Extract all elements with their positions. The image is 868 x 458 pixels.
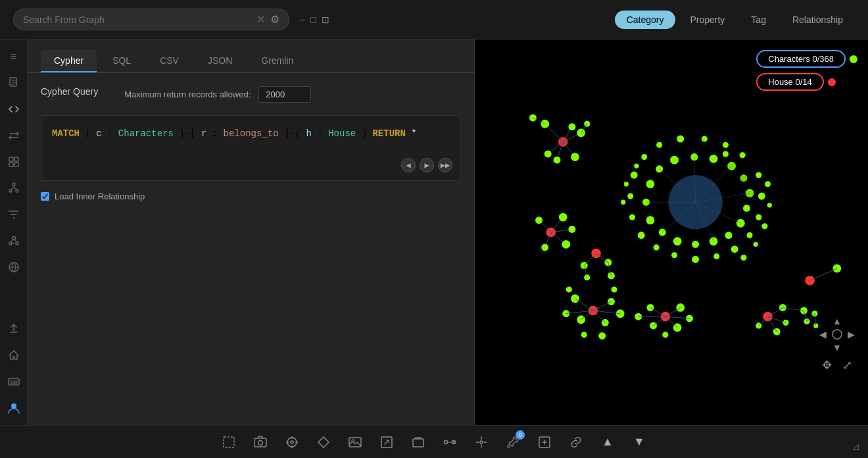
tab-gremlin[interactable]: Gremlin <box>248 50 306 72</box>
load-inner-checkbox[interactable] <box>41 192 49 201</box>
nav-circle[interactable] <box>832 329 842 340</box>
svg-point-41 <box>654 244 660 250</box>
svg-point-38 <box>713 253 719 259</box>
nav-left-arrow[interactable]: ◀ <box>819 329 827 340</box>
sidebar-icon-hierarchy[interactable] <box>3 178 24 199</box>
sidebar-icon-user[interactable] <box>3 397 24 419</box>
svg-point-54 <box>761 223 767 229</box>
toolbar-pin[interactable]: 0 <box>504 433 522 451</box>
house-pill[interactable]: House 0/14 <box>756 73 824 91</box>
run-back-button[interactable]: ◀ <box>401 158 416 172</box>
svg-point-20 <box>725 232 732 239</box>
toolbar-cube[interactable] <box>409 433 427 451</box>
code-editor[interactable]: MATCH ( c : Characters )-[ r : belongs_t… <box>41 115 461 181</box>
far-right-node <box>805 265 841 286</box>
tab-cypher[interactable]: Cypher <box>41 50 97 72</box>
svg-point-49 <box>702 136 708 142</box>
svg-line-107 <box>575 299 593 311</box>
toolbar-zoom-in[interactable]: ▲ <box>598 433 617 451</box>
toolbar-expand[interactable] <box>377 433 396 451</box>
svg-point-56 <box>740 255 746 261</box>
svg-point-13 <box>11 403 16 409</box>
search-input[interactable] <box>23 14 251 25</box>
toolbar-link[interactable] <box>567 433 585 451</box>
sidebar-icon-export[interactable] <box>3 318 24 340</box>
sidebar-icon-node[interactable] <box>3 230 24 251</box>
svg-point-23 <box>673 237 682 245</box>
svg-line-123 <box>654 317 665 326</box>
characters-pill[interactable]: Characters 0/368 <box>756 50 846 68</box>
svg-point-40 <box>671 252 677 258</box>
svg-point-92 <box>559 213 567 222</box>
svg-rect-2 <box>14 157 18 161</box>
legend-characters: Characters 0/368 <box>756 50 857 68</box>
minimize-button[interactable]: − <box>300 14 305 25</box>
svg-point-105 <box>566 286 572 292</box>
tab-json[interactable]: JSON <box>195 50 245 72</box>
nav-right-arrow[interactable]: ▶ <box>848 329 855 340</box>
clear-icon[interactable]: ✕ <box>256 13 265 26</box>
maximize-button[interactable]: □ <box>310 14 316 25</box>
svg-point-36 <box>746 232 752 238</box>
svg-point-118 <box>662 332 668 338</box>
label-characters: Characters <box>118 128 174 139</box>
nav-controls: ▲ ◀ ▶ ▼ ✥ ⤢ <box>819 316 855 372</box>
nav-move-free[interactable]: ⤢ <box>842 358 852 372</box>
run-button[interactable]: ▶ <box>420 158 434 172</box>
wildcard-star: * <box>411 128 416 139</box>
toolbar-export-node[interactable] <box>535 433 554 451</box>
query-row: Cypher Query Maximum return records allo… <box>41 86 461 105</box>
sidebar-icon-menu[interactable]: ≡ <box>3 46 24 67</box>
tab-category[interactable]: Category <box>615 11 676 29</box>
svg-point-31 <box>710 155 718 163</box>
svg-point-6 <box>9 190 12 192</box>
svg-point-43 <box>629 215 635 220</box>
tab-tag[interactable]: Tag <box>739 11 778 29</box>
sidebar-icon-home[interactable] <box>3 345 24 366</box>
svg-rect-4 <box>14 163 18 166</box>
svg-point-25 <box>646 216 655 224</box>
restore-button[interactable]: ⊡ <box>322 14 329 25</box>
toolbar-connect[interactable] <box>441 433 459 451</box>
svg-point-5 <box>12 183 15 186</box>
var-h: h <box>306 128 312 139</box>
run-next-button[interactable]: ▶▶ <box>438 158 452 172</box>
tab-sql[interactable]: SQL <box>99 50 144 72</box>
toolbar-select-box[interactable] <box>220 433 238 451</box>
sidebar-icon-globe[interactable] <box>3 257 24 278</box>
top-left-cluster <box>529 114 590 164</box>
svg-point-76 <box>568 123 575 130</box>
svg-point-39 <box>692 256 699 263</box>
sidebar-icon-file[interactable] <box>3 72 24 93</box>
var-c: c <box>96 128 101 139</box>
settings-icon[interactable]: ⚙ <box>270 13 279 26</box>
nav-down-arrow[interactable]: ▼ <box>832 342 842 353</box>
toolbar-crosshair[interactable] <box>283 433 301 451</box>
tab-csv[interactable]: CSV <box>147 50 192 72</box>
sidebar-icon-filter[interactable] <box>3 204 24 225</box>
svg-point-45 <box>631 172 638 179</box>
nav-up-arrow[interactable]: ▲ <box>832 316 842 326</box>
toolbar-diamond[interactable] <box>314 433 333 451</box>
sidebar-icon-code[interactable] <box>3 99 24 120</box>
nav-move-all[interactable]: ✥ <box>822 358 832 372</box>
bottom-center-cluster <box>635 303 693 338</box>
sidebar-icon-grid[interactable] <box>3 151 24 172</box>
panel-content: Cypher Query Maximum return records allo… <box>28 73 474 425</box>
max-records-input[interactable] <box>258 86 311 103</box>
sidebar-icon-keyboard[interactable] <box>3 371 24 392</box>
svg-line-143 <box>807 314 815 322</box>
svg-point-55 <box>754 242 758 247</box>
svg-point-9 <box>9 242 12 245</box>
svg-line-110 <box>593 311 605 322</box>
max-records-label: Maximum return records allowed: <box>124 89 251 99</box>
query-tab-bar: Cypher SQL CSV JSON Gremlin <box>28 39 474 73</box>
toolbar-screenshot[interactable] <box>251 433 270 451</box>
sidebar-icon-arrows[interactable] <box>3 125 24 146</box>
toolbar-zoom-out[interactable]: ▼ <box>630 433 648 451</box>
tab-property[interactable]: Property <box>678 11 736 29</box>
tab-relationship[interactable]: Relationship <box>781 11 855 29</box>
toolbar-pan[interactable] <box>472 433 491 451</box>
load-inner-row[interactable]: Load Inner Relationship <box>41 191 461 201</box>
toolbar-image[interactable] <box>346 433 364 451</box>
